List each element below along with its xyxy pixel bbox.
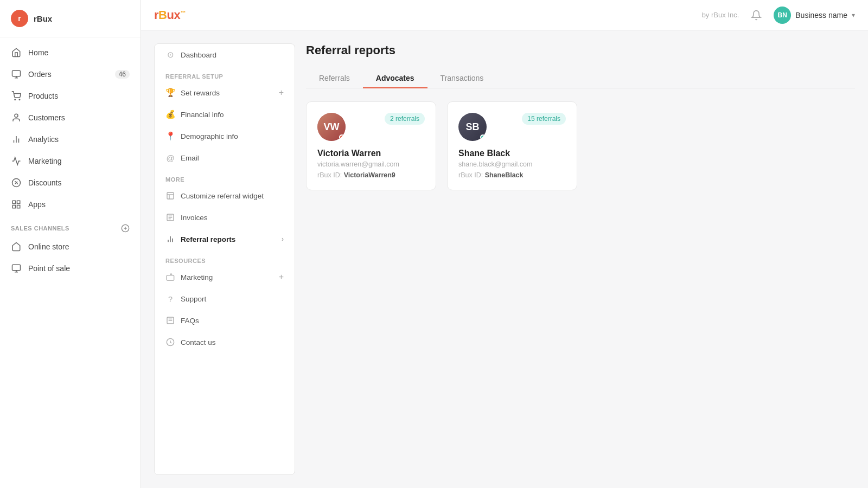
app-sidebar-item-referral-reports[interactable]: Referral reports › [155, 228, 295, 250]
user-avatar: BN [774, 7, 791, 24]
page-title: Referral reports [306, 43, 855, 57]
app-sidebar-item-support[interactable]: ? Support [155, 288, 295, 310]
marketing-plus-icon[interactable]: + [279, 272, 284, 282]
content-wrapper: ⊙ Dashboard Referral Setup 🏆 Set rewards… [141, 30, 868, 488]
advocates-list: VW 2 referrals Victoria Warren victoria.… [306, 101, 855, 190]
app-sidebar-item-dashboard[interactable]: ⊙ Dashboard [155, 44, 295, 66]
email-icon: @ [165, 153, 175, 163]
sidebar-item-apps[interactable]: Apps [0, 194, 141, 215]
brand-logo: r [11, 10, 28, 27]
app-sidebar-item-marketing[interactable]: Marketing + [155, 266, 295, 288]
svg-rect-14 [17, 201, 20, 203]
svg-point-5 [15, 114, 18, 117]
advocate-email-shane: shane.black@gmail.com [458, 160, 566, 168]
bell-button[interactable] [748, 7, 765, 24]
svg-point-11 [15, 182, 16, 182]
app-sidebar-item-customize-referral-widget[interactable]: Customize referral widget [155, 185, 295, 207]
sidebar-item-marketing[interactable]: Marketing [0, 150, 141, 172]
card-top-shane: SB 15 referrals [458, 113, 566, 141]
svg-rect-31 [167, 275, 174, 280]
advocate-card-victoria-warren[interactable]: VW 2 referrals Victoria Warren victoria.… [306, 101, 436, 190]
top-bar: rBux™ by rBux Inc. BN Business name ▾ [141, 0, 868, 30]
demographic-icon: 📍 [165, 131, 175, 141]
svg-rect-21 [167, 192, 174, 199]
support-icon: ? [165, 294, 175, 304]
sidebar-item-products[interactable]: Products [0, 85, 141, 107]
status-dot-victoria [339, 134, 344, 140]
user-menu-caret: ▾ [852, 11, 855, 19]
svg-point-3 [15, 99, 16, 100]
referral-reports-icon [165, 234, 175, 244]
app-sidebar-item-demographic-info[interactable]: 📍 Demographic info [155, 125, 295, 147]
svg-rect-13 [12, 201, 15, 203]
referral-setup-title: Referral Setup [155, 66, 295, 82]
svg-rect-0 [12, 70, 21, 76]
app-sidebar-item-contact-us[interactable]: Contact us [155, 331, 295, 353]
brand-name: rBux [34, 14, 52, 23]
main-panel: Referral reports Referrals Advocates Tra… [306, 43, 855, 475]
company-byline: by rBux Inc. [702, 11, 739, 19]
customers-icon [11, 112, 22, 123]
tabs-row: Referrals Advocates Transactions [306, 68, 855, 88]
svg-rect-16 [17, 206, 20, 208]
financial-icon: 💰 [165, 110, 175, 119]
tab-referrals[interactable]: Referrals [306, 68, 363, 88]
invoices-icon [165, 213, 175, 222]
resources-marketing-icon [165, 272, 175, 282]
svg-point-12 [17, 184, 18, 184]
top-bar-brand: rBux™ [154, 8, 186, 22]
discounts-icon [11, 177, 22, 188]
app-sidebar-item-set-rewards[interactable]: 🏆 Set rewards + [155, 82, 295, 104]
dashboard-icon: ⊙ [165, 50, 175, 60]
marketing-icon [11, 156, 22, 166]
orders-icon [11, 69, 22, 80]
sidebar-item-customers[interactable]: Customers [0, 107, 141, 129]
left-sidebar: r rBux Home Orders 46 Products [0, 0, 141, 488]
sidebar-item-analytics[interactable]: Analytics [0, 129, 141, 150]
faqs-icon [165, 316, 175, 325]
sidebar-item-point-of-sale[interactable]: Point of sale [0, 258, 141, 279]
status-dot-shane [480, 134, 486, 140]
main-area: rBux™ by rBux Inc. BN Business name ▾ ⊙ … [141, 0, 868, 488]
online-store-icon [11, 241, 22, 252]
advocate-id-shane: rBux ID: ShaneBlack [458, 171, 566, 179]
tab-transactions[interactable]: Transactions [427, 68, 497, 88]
widget-icon [165, 191, 175, 201]
app-sidebar-item-invoices[interactable]: Invoices [155, 207, 295, 228]
card-top: VW 2 referrals [317, 113, 425, 141]
sidebar-item-online-store[interactable]: Online store [0, 236, 141, 258]
more-title: More [155, 169, 295, 185]
sidebar-item-discounts[interactable]: Discounts [0, 172, 141, 194]
advocate-name-shane: Shane Black [458, 149, 566, 158]
sidebar-item-orders[interactable]: Orders 46 [0, 63, 141, 85]
point-of-sale-icon [11, 263, 22, 274]
svg-rect-20 [12, 265, 21, 271]
left-nav: Home Orders 46 Products Customers Anal [0, 37, 141, 488]
advocate-email-victoria: victoria.warren@gmail.com [317, 160, 425, 168]
referral-badge-shane: 15 referrals [522, 113, 566, 125]
app-sidebar-item-financial-info[interactable]: 💰 Financial info [155, 104, 295, 125]
rewards-icon: 🏆 [165, 88, 175, 98]
user-menu[interactable]: BN Business name ▾ [774, 7, 855, 24]
svg-rect-15 [12, 206, 15, 208]
resources-title: Resources [155, 250, 295, 266]
apps-icon [11, 199, 22, 210]
set-rewards-plus-icon[interactable]: + [279, 88, 284, 98]
app-sidebar-item-email[interactable]: @ Email [155, 147, 295, 169]
top-bar-right: by rBux Inc. BN Business name ▾ [702, 7, 855, 24]
svg-point-4 [19, 99, 20, 100]
orders-badge: 46 [115, 70, 130, 79]
contact-icon [165, 337, 175, 347]
advocate-id-victoria: rBux ID: VictoriaWarren9 [317, 171, 425, 179]
app-sidebar: ⊙ Dashboard Referral Setup 🏆 Set rewards… [154, 43, 295, 475]
avatar-shane-black: SB [458, 113, 487, 141]
tab-advocates[interactable]: Advocates [363, 68, 427, 88]
referral-badge-victoria: 2 referrals [385, 113, 425, 125]
referral-reports-chevron-icon: › [282, 235, 284, 243]
products-icon [11, 91, 22, 101]
add-sales-channel-icon[interactable] [121, 224, 130, 233]
sidebar-item-home[interactable]: Home [0, 42, 141, 63]
app-sidebar-item-faqs[interactable]: FAQs [155, 310, 295, 331]
home-icon [11, 47, 22, 58]
advocate-card-shane-black[interactable]: SB 15 referrals Shane Black shane.black@… [447, 101, 577, 190]
